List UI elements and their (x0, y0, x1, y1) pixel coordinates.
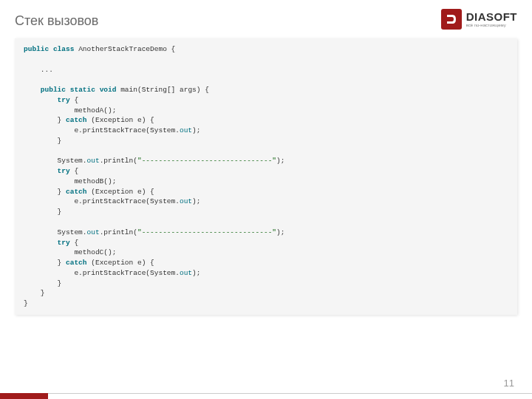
logo-mark-icon (441, 9, 462, 30)
brand-logo: DIASOFT всё по-настоящему (441, 9, 517, 30)
logo-glyph-icon (445, 13, 458, 26)
slide-title: Стек вызовов (15, 13, 98, 29)
logo-text: DIASOFT всё по-настоящему (466, 11, 517, 27)
page-number: 11 (504, 378, 514, 389)
logo-name: DIASOFT (466, 11, 517, 22)
slide: Стек вызовов DIASOFT всё по-настоящему p… (0, 0, 532, 399)
footer-divider (0, 393, 532, 394)
footer-accent-bar (0, 393, 48, 399)
logo-tagline: всё по-настоящему (466, 23, 517, 27)
code-block: public class AnotherStackTraceDemo { ...… (15, 38, 517, 315)
